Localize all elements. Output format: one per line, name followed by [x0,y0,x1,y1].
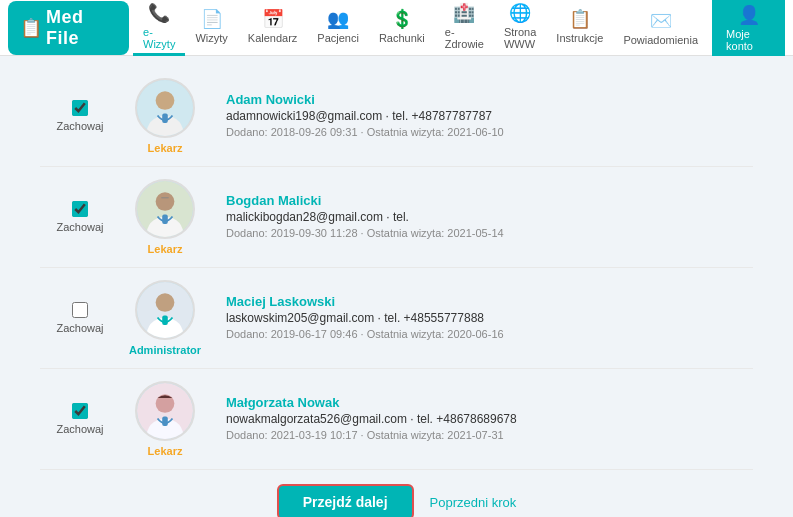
next-button[interactable]: Przejdź dalej [277,484,414,517]
avatar-malgorzata-nowak [135,381,195,441]
avatar-col-bogdan-malicki: Lekarz [120,179,210,255]
svg-point-4 [156,192,175,211]
table-row: Zachowaj Lekarz Małgorzata Nowak nowakma… [40,369,753,470]
nav-item-instrukcje[interactable]: 📋 Instrukcje [546,0,613,56]
checkbox-label-adam-nowicki: Zachowaj [56,120,103,132]
doctor-name-adam-nowicki: Adam Nowicki [226,92,753,107]
table-row: Zachowaj Lekarz Bogdan Malicki malickibo… [40,167,753,268]
nav-icon-kalendarz: 📅 [262,8,284,30]
avatar-col-adam-nowicki: Lekarz [120,78,210,154]
nav-icon-pacjenci: 👥 [327,8,349,30]
checkbox-col-bogdan-malicki: Zachowaj [40,201,120,233]
nav-label-pacjenci: Pacjenci [317,32,359,44]
nav-label-wizyty: Wizyty [195,32,227,44]
nav-item-ewizyty[interactable]: 📞 e-Wizyty [133,0,185,56]
nav-right: ✉️ Powiadomienia 👤 Moje konto [613,0,785,56]
logo-text: Med File [46,7,117,49]
doctor-name-bogdan-malicki: Bogdan Malicki [226,193,753,208]
avatar-bogdan-malicki [135,179,195,239]
doctor-email-maciej-laskowski: laskowskim205@gmail.com · tel. +48555777… [226,311,753,325]
checkbox-bogdan-malicki[interactable] [72,201,88,217]
svg-rect-12 [162,417,168,426]
avatar-col-maciej-laskowski: Administrator [120,280,210,356]
info-col-malgorzata-nowak: Małgorzata Nowak nowakmalgorzata526@gmai… [210,395,753,443]
svg-rect-5 [162,215,168,224]
doctor-meta-bogdan-malicki: Dodano: 2019-09-30 11:28 · Ostatnia wizy… [226,226,753,241]
avatar-maciej-laskowski [135,280,195,340]
content-area: Zachowaj Lekarz Adam Nowicki adamnowicki… [0,56,793,517]
table-row: Zachowaj Administrator Maciej Laskowski … [40,268,753,369]
nav-icon-stronawww: 🌐 [509,2,531,24]
logo-icon: 📋 [20,17,42,39]
checkbox-col-malgorzata-nowak: Zachowaj [40,403,120,435]
nav-icon-powiadomienia: ✉️ [650,10,672,32]
nav-items: 📞 e-Wizyty 📄 Wizyty 📅 Kalendarz 👥 Pacjen… [133,0,613,56]
nav-label-stronawww: Strona WWW [504,26,536,50]
checkbox-adam-nowicki[interactable] [72,100,88,116]
svg-rect-9 [162,316,168,325]
nav-label-ewizyty: e-Wizyty [143,26,175,50]
checkbox-label-maciej-laskowski: Zachowaj [56,322,103,334]
svg-point-8 [156,293,175,312]
checkbox-malgorzata-nowak[interactable] [72,403,88,419]
doctor-meta-adam-nowicki: Dodano: 2018-09-26 09:31 · Ostatnia wizy… [226,125,753,140]
nav-item-kalendarz[interactable]: 📅 Kalendarz [238,0,308,56]
doctor-email-adam-nowicki: adamnowicki198@gmail.com · tel. +4878778… [226,109,753,123]
logo[interactable]: 📋 Med File [8,1,129,55]
svg-rect-2 [162,114,168,123]
role-label-bogdan-malicki: Lekarz [148,243,183,255]
info-col-adam-nowicki: Adam Nowicki adamnowicki198@gmail.com · … [210,92,753,140]
nav-label-ezdrowie: e-Zdrowie [445,26,484,50]
nav-icon-wizyty: 📄 [201,8,223,30]
info-col-maciej-laskowski: Maciej Laskowski laskowskim205@gmail.com… [210,294,753,342]
role-label-malgorzata-nowak: Lekarz [148,445,183,457]
doctor-email-bogdan-malicki: malickibogdan28@gmail.com · tel. [226,210,753,224]
nav-icon-mojekonto: 👤 [738,4,760,26]
role-label-adam-nowicki: Lekarz [148,142,183,154]
nav-label-powiadomienia: Powiadomienia [623,34,698,46]
checkbox-col-adam-nowicki: Zachowaj [40,100,120,132]
doctor-meta-malgorzata-nowak: Dodano: 2021-03-19 10:17 · Ostatnia wizy… [226,428,753,443]
nav-item-stronawww[interactable]: 🌐 Strona WWW [494,0,546,56]
nav-label-mojekonto: Moje konto [726,28,771,52]
nav-icon-rachunki: 💲 [391,8,413,30]
nav-icon-ewizyty: 📞 [148,2,170,24]
nav-item-wizyty[interactable]: 📄 Wizyty [185,0,237,56]
role-label-maciej-laskowski: Administrator [129,344,201,356]
nav-label-kalendarz: Kalendarz [248,32,298,44]
nav-icon-ezdrowie: 🏥 [453,2,475,24]
table-row: Zachowaj Lekarz Adam Nowicki adamnowicki… [40,66,753,167]
avatar-adam-nowicki [135,78,195,138]
nav-label-instrukcje: Instrukcje [556,32,603,44]
nav-item-rachunki[interactable]: 💲 Rachunki [369,0,435,56]
nav-icon-instrukcje: 📋 [569,8,591,30]
prev-button[interactable]: Poprzedni krok [430,495,517,510]
avatar-col-malgorzata-nowak: Lekarz [120,381,210,457]
doctor-email-malgorzata-nowak: nowakmalgorzata526@gmail.com · tel. +486… [226,412,753,426]
checkbox-label-bogdan-malicki: Zachowaj [56,221,103,233]
doctor-meta-maciej-laskowski: Dodano: 2019-06-17 09:46 · Ostatnia wizy… [226,327,753,342]
nav-item-pacjenci[interactable]: 👥 Pacjenci [307,0,369,56]
checkbox-col-maciej-laskowski: Zachowaj [40,302,120,334]
nav-item-mojekonto[interactable]: 👤 Moje konto [712,0,785,56]
nav-label-rachunki: Rachunki [379,32,425,44]
nav-item-ezdrowie[interactable]: 🏥 e-Zdrowie [435,0,494,56]
checkbox-label-malgorzata-nowak: Zachowaj [56,423,103,435]
doctor-name-malgorzata-nowak: Małgorzata Nowak [226,395,753,410]
footer-row: Przejdź dalej Poprzedni krok [40,470,753,517]
nav-item-powiadomienia[interactable]: ✉️ Powiadomienia [613,0,708,56]
checkbox-maciej-laskowski[interactable] [72,302,88,318]
doctor-name-maciej-laskowski: Maciej Laskowski [226,294,753,309]
header: 📋 Med File 📞 e-Wizyty 📄 Wizyty 📅 Kalenda… [0,0,793,56]
info-col-bogdan-malicki: Bogdan Malicki malickibogdan28@gmail.com… [210,193,753,241]
svg-point-1 [156,91,175,110]
